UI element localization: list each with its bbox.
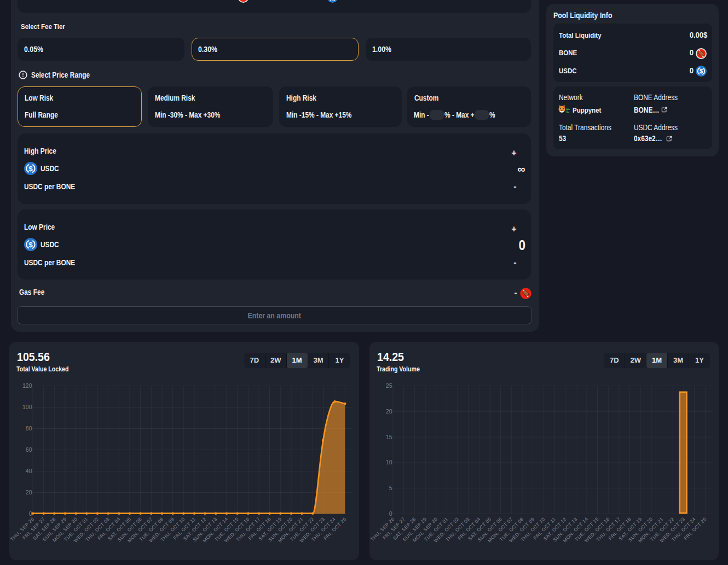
svg-text:10: 10: [385, 459, 392, 465]
svg-text:0: 0: [29, 510, 32, 517]
svg-text:$: $: [331, 0, 334, 1]
svg-text:40: 40: [26, 468, 32, 474]
svg-text:25: 25: [385, 382, 392, 389]
svg-text:0: 0: [389, 510, 392, 517]
svg-text:120: 120: [22, 382, 32, 389]
svg-text:$: $: [28, 165, 33, 173]
svg-text:$: $: [28, 241, 33, 249]
svg-text:100: 100: [22, 404, 32, 410]
svg-text:20: 20: [26, 489, 32, 496]
svg-text:60: 60: [26, 446, 32, 453]
svg-text:15: 15: [385, 434, 392, 440]
svg-text:80: 80: [26, 425, 32, 432]
svg-text:5: 5: [389, 485, 392, 491]
svg-text:$: $: [700, 67, 703, 74]
svg-text:20: 20: [385, 408, 392, 415]
